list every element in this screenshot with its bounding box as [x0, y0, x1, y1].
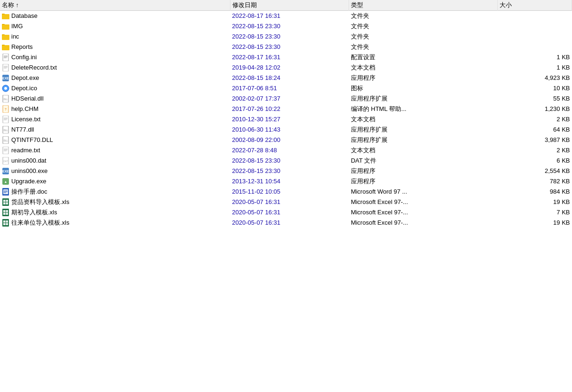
file-name-cell: Reports [0, 42, 230, 52]
file-type-cell: 应用程序 [349, 176, 498, 187]
table-row[interactable]: IMG2022-08-15 23:30文件夹 [0, 21, 572, 31]
file-size-cell: 2,554 KB [498, 166, 572, 176]
table-row[interactable]: readme.txt2022-07-28 8:48文本文档2 KB [0, 145, 572, 156]
file-name-label: Depot.exe [11, 74, 39, 81]
file-size-cell: 19 KB [498, 197, 572, 207]
table-row[interactable]: License.txt2010-12-30 15:27文本文档2 KB [0, 114, 572, 125]
svg-rect-12 [3, 54, 8, 61]
table-row[interactable]: Database2022-08-17 16:31文件夹 [0, 11, 572, 21]
table-row[interactable]: DeleteRecord.txt2019-04-28 12:02文本文档1 KB [0, 63, 572, 73]
file-type-cell: 应用程序扩展 [349, 94, 498, 104]
table-row[interactable]: inc2022-08-15 23:30文件夹 [0, 31, 572, 42]
svg-text:▲: ▲ [4, 180, 8, 183]
file-name-cell: DAT unins000.dat [0, 156, 230, 166]
file-size-cell: 782 KB [498, 176, 572, 187]
table-row[interactable]: Depot.ico2017-07-06 8:51图标10 KB [0, 83, 572, 94]
file-date-cell: 2019-04-28 12:02 [230, 63, 349, 73]
file-name-label: HDSerial.dll [11, 95, 44, 102]
file-icon [2, 219, 9, 227]
file-date-cell: 2013-12-31 10:54 [230, 176, 349, 187]
svg-text:DAT: DAT [3, 160, 8, 163]
svg-rect-2 [2, 14, 5, 15]
col-header-size[interactable]: 大小 [498, 0, 572, 11]
svg-rect-8 [2, 34, 5, 35]
file-name-cell: Depot.ico [0, 83, 230, 94]
file-date-cell: 2010-12-30 15:27 [230, 114, 349, 125]
col-header-type[interactable]: 类型 [349, 0, 498, 11]
svg-text:DLL: DLL [3, 139, 8, 142]
svg-rect-11 [2, 45, 5, 46]
file-icon [2, 54, 9, 61]
file-name-cell: EXE unins000.exe [0, 166, 230, 176]
file-icon: DAT [2, 157, 9, 165]
table-row[interactable]: 货品资料导入模板.xls2020-05-07 16:31Microsoft Ex… [0, 197, 572, 207]
file-size-cell [498, 31, 572, 42]
file-icon: DLL [2, 126, 9, 133]
table-row[interactable]: DLL QTINTF70.DLL2002-08-09 22:00应用程序扩展3,… [0, 135, 572, 145]
file-size-cell: 7 KB [498, 207, 572, 218]
table-row[interactable]: DAT unins000.dat2022-08-15 23:30DAT 文件6 … [0, 156, 572, 166]
file-name-label: 期初导入模板.xls [11, 208, 57, 217]
table-row[interactable]: 操作手册.doc2015-11-02 10:05Microsoft Word 9… [0, 187, 572, 197]
file-date-cell: 2022-08-17 16:31 [230, 52, 349, 63]
file-list-table: 名称 ↑ 修改日期 类型 大小 Database2022-08-17 16:31… [0, 0, 572, 228]
file-size-cell: 1,230 KB [498, 104, 572, 114]
file-name-cell: 操作手册.doc [0, 187, 230, 197]
file-name-cell: DeleteRecord.txt [0, 63, 230, 73]
file-date-cell: 2022-08-15 23:30 [230, 21, 349, 31]
file-icon [2, 188, 9, 196]
file-type-cell: 文件夹 [349, 21, 498, 31]
file-date-cell: 2022-08-15 23:30 [230, 42, 349, 52]
file-size-cell: 64 KB [498, 125, 572, 135]
file-date-cell: 2022-08-15 23:30 [230, 156, 349, 166]
file-icon [2, 198, 9, 206]
file-icon [2, 85, 9, 92]
file-name-label: License.txt [11, 116, 40, 123]
table-row[interactable]: 往来单位导入模板.xls2020-05-07 16:31Microsoft Ex… [0, 218, 572, 228]
file-size-cell: 3,987 KB [498, 135, 572, 145]
table-row[interactable]: Config.ini2022-08-17 16:31配置设置1 KB [0, 52, 572, 63]
table-row[interactable]: EXE Depot.exe2022-08-15 18:24应用程序4,923 K… [0, 73, 572, 83]
table-row[interactable]: 期初导入模板.xls2020-05-07 16:31Microsoft Exce… [0, 207, 572, 218]
file-size-cell: 55 KB [498, 94, 572, 104]
file-name-label: inc [11, 33, 19, 40]
table-row[interactable]: ▲ Upgrade.exe2013-12-31 10:54应用程序782 KB [0, 176, 572, 187]
file-type-cell: 应用程序 [349, 166, 498, 176]
file-type-cell: 文件夹 [349, 42, 498, 52]
file-date-cell: 2022-08-15 23:30 [230, 166, 349, 176]
svg-text:?: ? [5, 108, 7, 111]
file-name-label: Reports [11, 43, 33, 50]
file-name-label: Config.ini [11, 54, 37, 61]
file-type-cell: 配置设置 [349, 52, 498, 63]
file-type-cell: Microsoft Excel 97-... [349, 207, 498, 218]
file-icon [2, 116, 9, 123]
file-name-label: 货品资料导入模板.xls [11, 198, 70, 206]
file-name-cell: DLL HDSerial.dll [0, 94, 230, 104]
table-row[interactable]: DLL HDSerial.dll2002-02-07 17:37应用程序扩展55… [0, 94, 572, 104]
file-date-cell: 2022-08-15 23:30 [230, 31, 349, 42]
table-row[interactable]: ? help.CHM2017-07-26 10:22编译的 HTML 帮助...… [0, 104, 572, 114]
file-date-cell: 2015-11-02 10:05 [230, 187, 349, 197]
file-size-cell [498, 21, 572, 31]
file-type-cell: 编译的 HTML 帮助... [349, 104, 498, 114]
file-type-cell: Microsoft Excel 97-... [349, 197, 498, 207]
file-size-cell: 4,923 KB [498, 73, 572, 83]
table-row[interactable]: EXE unins000.exe2022-08-15 23:30应用程序2,55… [0, 166, 572, 176]
file-icon [2, 43, 9, 51]
file-type-cell: 文本文档 [349, 63, 498, 73]
file-date-cell: 2002-02-07 17:37 [230, 94, 349, 104]
file-icon [2, 64, 9, 71]
file-name-label: DeleteRecord.txt [11, 64, 57, 71]
svg-text:DLL: DLL [3, 98, 8, 101]
file-icon [2, 12, 9, 20]
table-row[interactable]: DLL NT77.dll2010-06-30 11:43应用程序扩展64 KB [0, 125, 572, 135]
file-icon [2, 147, 9, 154]
col-header-name[interactable]: 名称 ↑ [0, 0, 230, 11]
file-type-cell: 文本文档 [349, 114, 498, 125]
file-date-cell: 2002-08-09 22:00 [230, 135, 349, 145]
col-header-date[interactable]: 修改日期 [230, 0, 349, 11]
file-name-label: unins000.dat [11, 157, 46, 164]
file-icon [2, 33, 9, 40]
file-icon: EXE [2, 167, 9, 175]
table-row[interactable]: Reports2022-08-15 23:30文件夹 [0, 42, 572, 52]
